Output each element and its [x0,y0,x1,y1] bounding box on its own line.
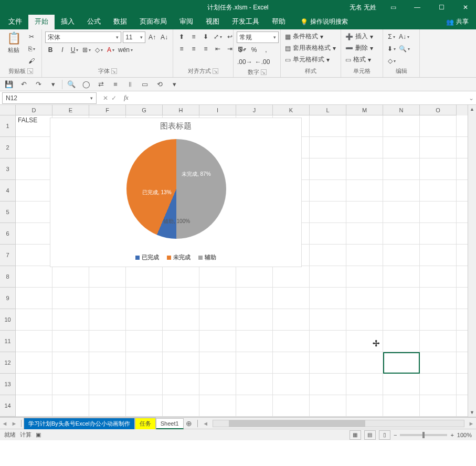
row-header-9[interactable]: 9 [0,288,16,309]
cell-F14[interactable] [89,395,126,416]
cell-D5[interactable] [16,202,52,223]
tab-help[interactable]: 帮助 [266,14,292,29]
horizontal-scrollbar[interactable] [213,420,464,427]
cell-I11[interactable] [199,331,236,352]
cell-E8[interactable] [52,266,89,287]
qat-btn-3[interactable]: ⇄ [95,79,107,90]
cell-J10[interactable] [236,309,273,330]
col-header-D[interactable]: D [16,105,52,115]
sheet-nav-next[interactable]: ► [9,420,19,427]
italic-button[interactable]: I [57,45,68,55]
qat-btn-7[interactable]: ⟲ [154,79,165,90]
cell-N11[interactable] [383,331,420,352]
new-sheet-button[interactable]: ⊕ [184,419,194,428]
cell-H8[interactable] [163,266,199,287]
phonetic-button[interactable]: wén [118,45,133,55]
align-top-icon[interactable]: ⬆ [176,31,187,42]
cell-G11[interactable] [126,331,163,352]
zoom-slider[interactable] [400,434,447,436]
cell-E13[interactable] [52,374,89,395]
col-header-I[interactable]: I [199,105,236,115]
fill-color-button[interactable]: ◇ [93,45,104,55]
cell-O2[interactable] [420,137,457,158]
cell-N1[interactable] [383,115,420,136]
qat-btn-5[interactable]: ⫴ [124,79,136,90]
cell-M14[interactable] [346,395,383,416]
col-header-F[interactable]: F [89,105,126,115]
cell-H11[interactable] [163,331,199,352]
decrease-indent-icon[interactable]: ⇤ [213,44,223,54]
cell-K10[interactable] [273,309,310,330]
cell-D13[interactable] [16,374,52,395]
cell-M5[interactable] [346,202,383,223]
cell-M10[interactable] [346,309,383,330]
scroll-down-icon[interactable]: ▼ [468,408,476,417]
select-all-corner[interactable] [0,105,16,115]
cell-D8[interactable] [16,266,52,287]
cell-L14[interactable] [310,395,346,416]
tab-review[interactable]: 审阅 [173,14,199,29]
cell-L12[interactable] [310,352,346,373]
cell-D9[interactable] [16,288,52,309]
align-left-icon[interactable]: ≡ [176,44,187,54]
cell-D7[interactable] [16,245,52,266]
cell-L6[interactable] [310,223,346,244]
cell-O3[interactable] [420,158,457,179]
cell-I13[interactable] [199,374,236,395]
cell-H12[interactable] [163,352,199,373]
tab-formulas[interactable]: 公式 [81,14,107,29]
row-header-14[interactable]: 14 [0,395,16,417]
cell-L4[interactable] [310,180,346,201]
cell-M4[interactable] [346,180,383,201]
cell-J11[interactable] [236,331,273,352]
cell-K14[interactable] [273,395,310,416]
cell-L7[interactable] [310,245,346,266]
cell-I14[interactable] [199,395,236,416]
cell-L2[interactable] [310,137,346,158]
cell-D10[interactable] [16,309,52,330]
qat-btn-6[interactable]: ▭ [139,79,151,90]
cell-H9[interactable] [163,288,199,309]
sort-filter-button[interactable]: A↓ [398,31,410,42]
col-header-N[interactable]: N [383,105,420,115]
cell-F9[interactable] [89,288,126,309]
cell-K9[interactable] [273,288,310,309]
cut-button[interactable]: ✂ [26,31,37,42]
qat-customize-icon[interactable]: ▾ [47,79,59,90]
cell-E10[interactable] [52,309,89,330]
cell-O5[interactable] [420,202,457,223]
cell-M2[interactable] [346,137,383,158]
cell-O1[interactable] [420,115,457,136]
qat-btn-2[interactable]: ◯ [80,79,92,90]
hscroll-right-icon[interactable]: ► [467,420,476,427]
font-color-button[interactable]: A [105,45,116,55]
user-name[interactable]: 无名 无姓 [350,3,376,12]
row-header-7[interactable]: 7 [0,245,16,266]
cell-K8[interactable] [273,266,310,287]
cell-G8[interactable] [126,266,163,287]
cell-N14[interactable] [383,395,420,416]
cell-D2[interactable] [16,137,52,158]
cell-K11[interactable] [273,331,310,352]
cell-J12[interactable] [236,352,273,373]
cell-O12[interactable] [420,352,457,373]
accounting-format-icon[interactable]: $ [237,45,247,55]
row-header-12[interactable]: 12 [0,352,16,374]
cell-D11[interactable] [16,331,52,352]
increase-decimal-icon[interactable]: .00→ [237,57,253,67]
cell-I10[interactable] [199,309,236,330]
cell-M3[interactable] [346,158,383,179]
qat-btn-8[interactable]: ▾ [168,79,180,90]
zoom-in-button[interactable]: + [450,432,453,438]
underline-button[interactable]: U [69,45,80,55]
insert-cells-button[interactable]: ➕插入 ▾ [344,31,374,41]
close-button[interactable]: ✕ [455,0,476,15]
cell-D12[interactable] [16,352,52,373]
cell-K13[interactable] [273,374,310,395]
cell-D14[interactable] [16,395,52,416]
row-header-13[interactable]: 13 [0,374,16,395]
cell-J9[interactable] [236,288,273,309]
col-header-L[interactable]: L [310,105,346,115]
cell-F10[interactable] [89,309,126,330]
increase-font-icon[interactable]: A↑ [147,32,157,43]
